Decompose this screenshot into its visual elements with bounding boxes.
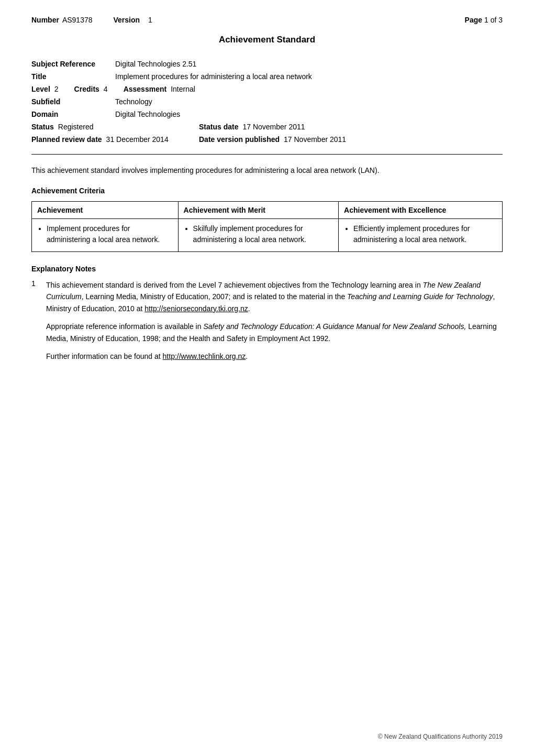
planned-review-value: 31 December 2014 [106, 135, 169, 144]
date-version-label: Date version published [199, 135, 280, 144]
achievement-criteria-table: Achievement Achievement with Merit Achie… [31, 201, 503, 252]
domain-value: Digital Technologies [115, 110, 503, 118]
level-seg: Level 2 [31, 85, 59, 93]
col1-cell: Implement procedures for administering a… [32, 219, 179, 252]
subject-reference-row: Subject Reference Digital Technologies 2… [31, 60, 503, 68]
note-1: 1 This achievement standard is derived f… [31, 279, 503, 362]
col2-cell: Skilfully implement procedures for admin… [178, 219, 338, 252]
col2-header: Achievement with Merit [178, 202, 338, 219]
status-label: Status [31, 123, 54, 131]
note1-para3-start: Further information can be found at [46, 352, 163, 360]
domain-label: Domain [31, 110, 115, 118]
body-text: This achievement standard involves imple… [31, 165, 503, 176]
subject-reference-label: Subject Reference [31, 60, 115, 68]
status-date-value: 17 November 2011 [242, 123, 305, 131]
col1-item: Implement procedures for administering a… [47, 223, 173, 245]
note1-link1-suffix: . [248, 304, 250, 313]
planned-review-label: Planned review date [31, 135, 102, 144]
status-date-label: Status date [199, 123, 238, 131]
version-label: Version [114, 16, 140, 24]
note1-para1-middle: , Learning Media, Ministry of Education,… [82, 292, 347, 301]
planned-review-seg: Planned review date 31 December 2014 [31, 135, 178, 144]
achievement-criteria-heading: Achievement Criteria [31, 187, 503, 195]
date-version-seg: Date version published 17 November 2011 [199, 135, 346, 144]
subject-reference-value: Digital Technologies 2.51 [115, 60, 503, 68]
subfield-row: Subfield Technology [31, 97, 503, 106]
note-1-para3: Further information can be found at http… [46, 350, 503, 362]
col3-item: Efficiently implement procedures for adm… [353, 223, 497, 245]
title-label: Title [31, 72, 115, 81]
meta-section: Subject Reference Digital Technologies 2… [31, 60, 503, 144]
col1-header: Achievement [32, 202, 179, 219]
subfield-label: Subfield [31, 97, 115, 106]
credits-seg: Credits 4 [74, 85, 108, 93]
status-seg: Status Registered [31, 123, 178, 131]
header-bar: Number AS91378 Version 1 Page 1 of 3 [31, 16, 503, 24]
note1-para1-start: This achievement standard is derived fro… [46, 281, 423, 289]
note1-link1[interactable]: http://seniorsecondary.tki.org.nz [144, 304, 248, 313]
criteria-row: Implement procedures for administering a… [32, 219, 503, 252]
credits-label: Credits [74, 85, 99, 93]
level-value: 2 [54, 85, 59, 93]
domain-row: Domain Digital Technologies [31, 110, 503, 118]
status-row: Status Registered Status date 17 Novembe… [31, 123, 503, 131]
page-value: 1 of 3 [484, 16, 503, 24]
status-value: Registered [58, 123, 94, 131]
note1-italic2: Teaching and Learning Guide for Technolo… [347, 292, 493, 301]
note-1-para2: Appropriate reference information is ava… [46, 321, 503, 344]
credits-value: 4 [104, 85, 108, 93]
title-value: Implement procedures for administering a… [115, 72, 503, 81]
footer: © New Zealand Qualifications Authority 2… [378, 733, 503, 740]
note1-para2-italic: Safety and Technology Education: A Guida… [203, 322, 466, 331]
level-credits-row: Level 2 Credits 4 Assessment Internal [31, 85, 503, 93]
page-info: Page 1 of 3 [465, 16, 503, 24]
horizontal-divider [31, 154, 503, 155]
col2-item: Skilfully implement procedures for admin… [193, 223, 333, 245]
col3-header: Achievement with Excellence [339, 202, 503, 219]
number-value: AS91378 [62, 16, 93, 24]
note-1-number: 1 [31, 279, 46, 288]
date-version-value: 17 November 2011 [284, 135, 346, 144]
review-date-row: Planned review date 31 December 2014 Dat… [31, 135, 503, 144]
version-value: 1 [148, 16, 465, 24]
status-date-seg: Status date 17 November 2011 [199, 123, 305, 131]
level-label: Level [31, 85, 50, 93]
title-row: Title Implement procedures for administe… [31, 72, 503, 81]
note-1-content: This achievement standard is derived fro… [46, 279, 503, 362]
col3-cell: Efficiently implement procedures for adm… [339, 219, 503, 252]
note1-para2-start: Appropriate reference information is ava… [46, 322, 203, 331]
number-label: Number [31, 16, 59, 24]
page-label: Page [465, 16, 482, 24]
note1-link2[interactable]: http://www.techlink.org.nz [163, 352, 246, 360]
note-1-para1: This achievement standard is derived fro… [46, 279, 503, 314]
explanatory-notes-heading: Explanatory Notes [31, 265, 503, 273]
explanatory-notes-section: 1 This achievement standard is derived f… [31, 279, 503, 362]
assessment-label: Assessment [124, 85, 167, 93]
assessment-value: Internal [171, 85, 195, 93]
note1-para3-end: . [246, 352, 248, 360]
subfield-value: Technology [115, 97, 503, 106]
document-title: Achievement Standard [31, 35, 503, 45]
assessment-seg: Assessment Internal [124, 85, 195, 93]
